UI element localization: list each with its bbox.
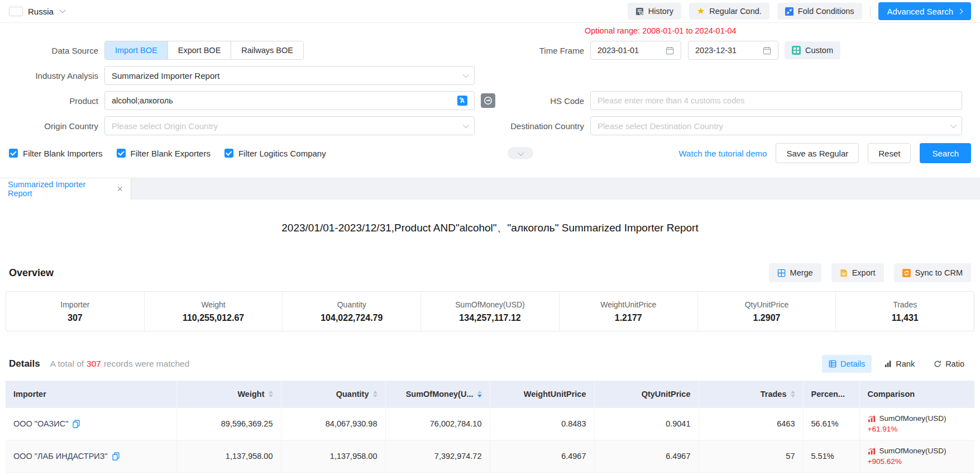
overview-stats: Importer 307 Weight 110,255,012.67 Quant… [6,291,974,331]
qty-unit-price-cell: 0.9041 [594,407,699,440]
history-button[interactable]: History [628,3,681,20]
stat-value: 134,257,117.12 [459,313,520,323]
sync-to-crm-button[interactable]: Sync to CRM [894,263,971,282]
product-input[interactable] [112,96,457,105]
col-quantity[interactable]: Quantity [281,381,385,407]
col-sum-of-money[interactable]: SumOfMoney(U... [385,381,490,407]
industry-analysis-value: Summarized Importer Report [112,71,219,80]
regular-cond-button[interactable]: ★ Regular Cond. [689,3,769,20]
collapse-conditions-button[interactable] [508,147,533,159]
sort-icon[interactable] [791,391,795,397]
filter-blank-exporters-checkbox[interactable]: Filter Blank Exporters [117,149,211,158]
end-date-value[interactable] [695,46,763,55]
col-weight[interactable]: Weight [176,381,281,407]
chevron-down-icon [518,150,524,156]
importer-name-link[interactable]: ООО "ОАЗИС" [13,419,68,428]
merge-button[interactable]: Merge [769,263,821,282]
divider [870,5,871,17]
export-button[interactable]: Export [831,263,884,282]
importer-name-link[interactable]: ООО "ЛАБ ИНДАСТРИЗ" [13,452,108,461]
start-date-value[interactable] [597,46,666,55]
origin-country-label: Origin Country [9,121,98,131]
checkbox-checked-icon[interactable] [224,149,233,158]
advanced-search-label: Advanced Search [887,7,953,16]
filter-logitics-company-checkbox[interactable]: Filter Logitics Company [224,149,326,158]
stat-trades: Trades 11,431 [836,292,974,331]
star-icon: ★ [697,7,705,16]
checkbox-checked-icon[interactable] [9,149,18,158]
view-ratio-button[interactable]: Ratio [927,355,971,373]
copy-icon[interactable] [112,452,119,461]
copy-icon[interactable] [73,420,80,428]
stat-value: 104,022,724.79 [321,313,383,323]
chevron-right-icon [958,8,963,14]
weight-cell: 89,596,369.25 [176,407,281,440]
origin-country-select[interactable]: Please select Origin Country [104,116,475,135]
weight-unit-price-cell: 6.4967 [490,440,594,472]
comparison-cell: SumOfMoney(USD) +905.62% [859,440,974,472]
export-icon [840,269,848,277]
product-input-wrap: A [104,91,475,110]
weight-unit-price-cell: 0.8483 [490,407,594,440]
reset-button[interactable]: Reset [868,143,911,163]
save-as-regular-button[interactable]: Save as Regular [776,143,859,163]
tab-export-boe[interactable]: Export BOE [168,41,231,59]
sort-icon-active-desc[interactable] [477,391,482,397]
sync-icon [902,269,911,277]
tab-railways-boe[interactable]: Railways BOE [231,41,303,59]
details-grid-icon [829,360,836,368]
view-details-button[interactable]: Details [822,355,872,373]
optional-range-text: Optional range: 2008-01-01 to 2024-01-04 [585,26,737,35]
end-date-input[interactable] [688,41,778,60]
percentage-cell: 56.61% [803,407,859,440]
sort-icon[interactable] [373,391,377,397]
filter-blank-importers-label: Filter Blank Importers [23,149,103,158]
table-row: ООО "ОАЗИС" 89,596,369.25 84,067,930.98 … [6,407,974,440]
filter-logitics-company-label: Filter Logitics Company [238,149,326,158]
industry-analysis-select[interactable]: Summarized Importer Report [104,66,475,85]
view-details-label: Details [840,359,865,368]
table-header-row: Importer Weight Quantity SumOfMoney(U...… [6,381,974,407]
comparison-value: +61.91% [868,425,967,433]
country-selector-label[interactable]: Russia [28,7,54,16]
percentage-cell: 5.51% [803,440,859,472]
trades-cell: 57 [699,440,803,472]
rank-icon [884,360,892,368]
hs-code-input[interactable] [597,96,955,105]
stat-qty-unit-price: QtyUnitPrice 1.2907 [698,292,836,331]
history-icon [635,7,644,16]
chevron-down-icon [463,122,469,128]
summary-count: 307 [87,359,101,368]
sum-cell: 7,392,974.72 [385,440,490,472]
fold-conditions-button[interactable]: Fold Conditions [777,3,862,20]
custom-range-button[interactable]: Custom [785,41,840,59]
calendar-icon[interactable] [763,46,771,55]
stat-weight-unit-price: WeightUnitPrice 1.2177 [560,292,698,331]
tab-title: Summarized Importer Report [8,180,111,198]
col-comparison: Comparison [859,381,974,407]
industry-analysis-label: Industry Analysis [9,71,98,80]
checkbox-checked-icon[interactable] [117,149,126,158]
quantity-cell: 84,067,930.98 [281,407,385,440]
advanced-search-button[interactable]: Advanced Search [878,2,971,20]
sort-icon[interactable] [269,391,273,397]
stat-label: Trades [893,300,917,309]
filter-blank-importers-checkbox[interactable]: Filter Blank Importers [9,149,103,158]
tutorial-demo-link[interactable]: Watch the tutorial demo [679,149,767,158]
tab-summarized-importer-report[interactable]: Summarized Importer Report × [0,178,131,200]
view-rank-button[interactable]: Rank [877,355,921,373]
close-icon[interactable]: × [117,184,123,194]
filter-blank-exporters-label: Filter Blank Exporters [131,149,211,158]
col-trades[interactable]: Trades [699,381,803,407]
comparison-value: +905.62% [868,457,967,466]
calendar-icon[interactable] [666,46,674,55]
match-mode-button[interactable] [481,93,495,108]
translate-icon[interactable]: A [457,96,467,106]
records-summary: A total of307records were matched [50,359,190,369]
start-date-input[interactable] [590,41,681,60]
export-label: Export [852,268,876,277]
destination-country-select[interactable]: Please select Destination Country [590,116,962,135]
chevron-down-icon[interactable] [59,7,65,13]
search-button[interactable]: Search [920,143,971,163]
tab-import-boe[interactable]: Import BOE [105,41,168,59]
